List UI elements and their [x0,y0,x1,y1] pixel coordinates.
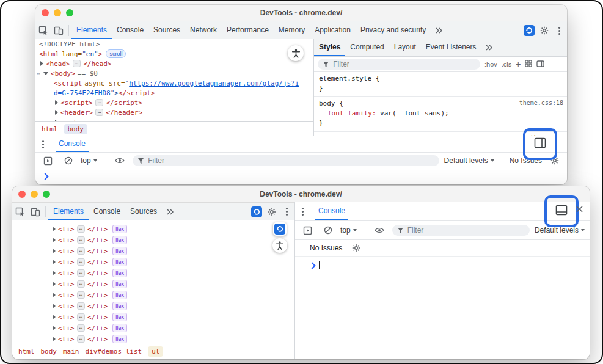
dom-node-li[interactable]: <li> </li> flex [12,224,294,235]
expand-arrow-icon[interactable] [53,304,56,308]
expand-arrow-icon[interactable] [53,282,56,286]
dom-node-doctype[interactable]: <!DOCTYPE html> [35,39,313,49]
breadcrumb-item-body[interactable]: body [41,348,57,355]
console-settings-gear-icon[interactable] [348,244,364,252]
css-rule-element-style[interactable]: element.style { } [314,72,567,96]
css-selector[interactable]: element.style [319,75,371,82]
console-sidebar-icon[interactable] [300,226,315,235]
live-expression-eye-icon[interactable] [372,227,387,234]
expand-arrow-icon[interactable] [53,260,56,264]
console-filter-field[interactable] [147,156,434,166]
dom-node-li[interactable]: <li> </li> flex [12,333,294,344]
dom-node-li[interactable]: <li> </li> flex [12,257,294,268]
dom-node-script[interactable]: <script> </script> [35,98,313,107]
flex-badge[interactable]: flex [112,324,127,332]
accessibility-overlay-icon[interactable] [288,45,304,61]
dom-node-head[interactable]: <head> </head> [35,59,313,68]
tab-sources[interactable]: Sources [125,203,162,220]
window-titlebar[interactable]: DevTools - chrome.dev/ [35,5,567,21]
kebab-menu-icon[interactable] [279,203,294,220]
dom-node-li[interactable]: <li> </li> flex [12,300,294,311]
expand-arrow-icon[interactable] [53,337,56,341]
styles-filter-input[interactable] [318,59,480,70]
dom-node-header[interactable]: <header> </header> [35,107,313,117]
tab-elements[interactable]: Elements [71,21,112,40]
kebab-menu-icon[interactable] [552,21,567,40]
tab-layout[interactable]: Layout [389,39,421,56]
dom-node-body[interactable]: <body> == $0 [35,68,313,78]
dom-node-li[interactable]: <li> </li> flex [12,246,294,257]
ellipsis-badge[interactable] [73,60,81,67]
accessibility-overlay-icon[interactable] [272,238,287,253]
dom-node-script-gtag-line2[interactable]: d=G-754F24EHD8 "> </script> [35,88,313,98]
expand-arrow-icon[interactable] [53,293,56,297]
close-devtools-icon[interactable] [572,206,587,213]
log-levels-selector[interactable]: Default levels [444,156,494,165]
console-filter-input[interactable] [392,225,530,236]
flex-badge[interactable]: flex [112,313,127,321]
ellipsis-badge[interactable] [95,109,103,116]
expand-arrow-icon[interactable] [53,271,56,275]
flex-badge[interactable]: flex [112,269,127,277]
kebab-menu-icon[interactable] [295,208,310,216]
replay-badge-icon[interactable] [249,203,264,220]
flex-badge[interactable]: flex [112,247,127,255]
replay-badge-icon[interactable] [521,21,536,40]
css-rule-body-1[interactable]: theme.css:18 body { font-family: var(--f… [314,96,567,131]
zoom-window-button[interactable] [43,191,50,198]
element-classes-button[interactable]: .cls [502,60,512,68]
kebab-menu-icon[interactable] [35,140,51,148]
more-actions-icon[interactable] [37,70,41,77]
breadcrumb-item-ul-selected[interactable]: ul [148,346,163,357]
live-expression-eye-icon[interactable] [112,157,128,164]
close-window-button[interactable] [42,9,49,16]
tab-console[interactable]: Console [89,203,125,220]
breadcrumb-item-main[interactable]: main [63,348,79,355]
zoom-window-button[interactable] [66,9,73,16]
window-titlebar[interactable]: DevTools - chrome.dev/ [12,186,590,203]
settings-gear-icon[interactable] [536,21,552,40]
css-property-name[interactable]: font-family: [327,109,376,117]
ellipsis-badge[interactable] [77,335,85,343]
more-tabs-icon[interactable] [481,39,496,56]
expand-arrow-icon[interactable] [40,61,43,66]
ellipsis-badge[interactable] [77,269,85,277]
dom-node-li[interactable]: <li> </li> flex [12,268,294,278]
context-selector[interactable]: top [340,226,357,235]
issues-counter[interactable]: No Issues [310,244,342,252]
breadcrumb-item-html[interactable]: html [18,348,35,355]
tab-network[interactable]: Network [185,21,222,40]
flex-badge[interactable]: flex [112,280,127,288]
ellipsis-badge[interactable] [77,324,85,332]
flex-badge[interactable]: flex [112,335,127,343]
dom-node-li[interactable]: <li> </li> flex [12,235,294,246]
stylesheet-link[interactable]: theme.css:18 [519,100,563,106]
ellipsis-badge[interactable] [95,99,103,106]
tab-event-listeners[interactable]: Event Listeners [421,39,481,56]
ellipsis-badge[interactable] [77,247,85,255]
ellipsis-badge[interactable] [77,313,85,321]
drawer-tab-console[interactable]: Console [56,136,89,152]
computed-panel-toggle-icon[interactable] [536,59,544,70]
console-prompt[interactable] [35,169,567,179]
flex-badge[interactable]: flex [112,225,127,233]
panel-tab-console[interactable]: Console [315,202,348,220]
more-tabs-icon[interactable] [431,21,446,40]
console-filter-field[interactable] [406,225,525,235]
gtag-url-link[interactable]: https://www.googletagmanager.com/gtag/js… [129,79,299,87]
flex-badge[interactable]: flex [112,258,127,266]
breadcrumb-item-body-selected[interactable]: body [64,124,88,134]
dock-to-right-icon[interactable] [534,137,546,151]
log-levels-selector[interactable]: Default levels [535,226,585,235]
settings-gear-icon[interactable] [264,203,279,220]
expand-arrow-icon[interactable] [53,249,56,253]
device-toolbar-icon[interactable] [51,21,66,40]
tab-elements[interactable]: Elements [48,203,89,220]
ellipsis-badge[interactable] [77,280,85,288]
tab-privacy-security[interactable]: Privacy and security [356,21,431,40]
ellipsis-badge[interactable] [77,225,85,233]
ellipsis-badge[interactable] [77,258,85,266]
inspect-element-icon[interactable] [35,21,51,40]
flex-badge[interactable]: flex [112,291,127,299]
dom-node-li[interactable]: <li> </li> flex [12,278,294,289]
